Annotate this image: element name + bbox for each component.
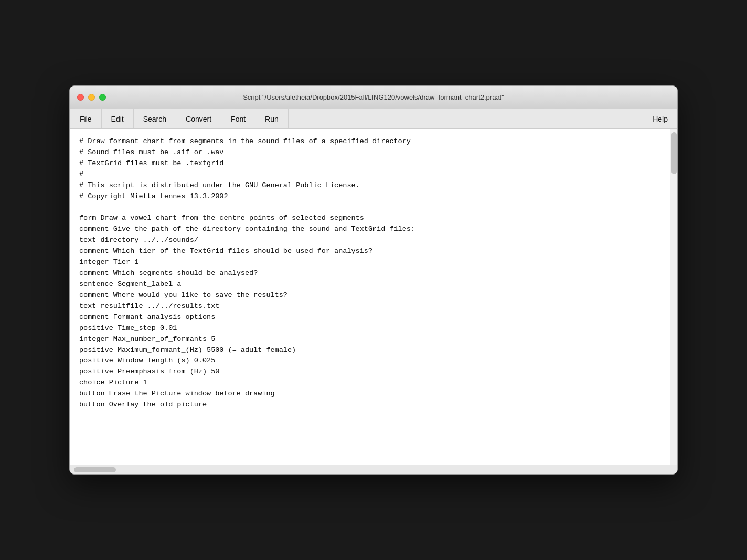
close-button[interactable]	[77, 94, 84, 101]
menu-run[interactable]: Run	[255, 109, 289, 128]
menu-edit[interactable]: Edit	[102, 109, 134, 128]
title-bar: Script "/Users/aletheia/Dropbox/2015Fall…	[70, 86, 677, 109]
menu-search[interactable]: Search	[134, 109, 176, 128]
menu-convert[interactable]: Convert	[176, 109, 221, 128]
menu-font[interactable]: Font	[221, 109, 255, 128]
vertical-scrollbar[interactable]	[670, 129, 677, 465]
traffic-lights	[77, 94, 106, 101]
menu-bar: File Edit Search Convert Font Run Help	[70, 109, 677, 129]
content-area: # Draw formant chart from segments in th…	[70, 129, 677, 465]
minimize-button[interactable]	[88, 94, 95, 101]
code-editor[interactable]: # Draw formant chart from segments in th…	[70, 129, 670, 465]
h-scrollbar-thumb[interactable]	[74, 467, 116, 472]
scrollbar-thumb[interactable]	[671, 132, 677, 174]
horizontal-scrollbar-bar	[70, 465, 677, 474]
menu-file[interactable]: File	[70, 109, 102, 128]
window-title: Script "/Users/aletheia/Dropbox/2015Fall…	[243, 93, 504, 101]
main-window: Script "/Users/aletheia/Dropbox/2015Fall…	[69, 85, 678, 475]
maximize-button[interactable]	[99, 94, 106, 101]
menu-help[interactable]: Help	[643, 109, 677, 128]
